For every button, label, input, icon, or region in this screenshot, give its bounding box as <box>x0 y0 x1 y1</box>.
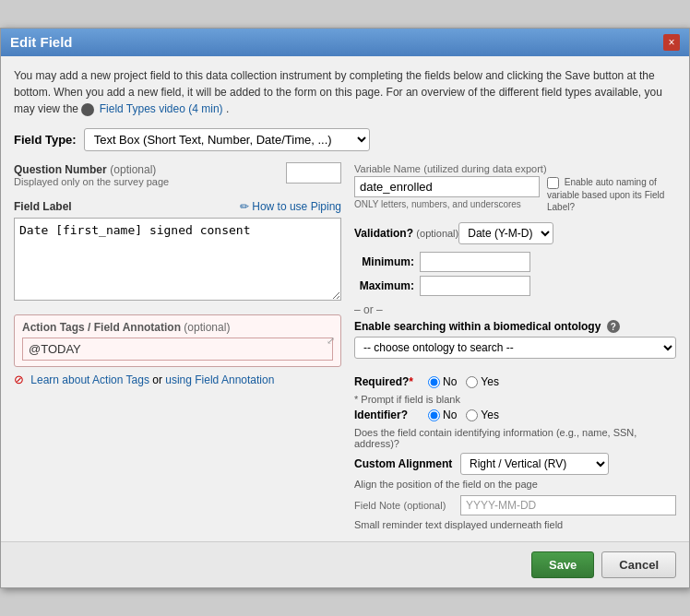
modal-title: Edit Field <box>10 34 73 50</box>
pencil-icon: ✏ <box>240 200 249 213</box>
question-number-input[interactable] <box>286 162 341 184</box>
field-label-textarea[interactable]: Date [first_name] signed consent <box>14 218 341 301</box>
custom-alignment-section: Custom Alignment Right / Vertical (RV) L… <box>354 453 676 490</box>
identifier-section: Identifier? No Yes Does the field contai… <box>354 409 676 449</box>
custom-align-row: Custom Alignment Right / Vertical (RV) L… <box>354 453 676 475</box>
var-name-label: Variable Name (utilized during data expo… <box>354 162 676 175</box>
identifier-yes-label[interactable]: Yes <box>466 409 499 421</box>
field-type-label: Field Type: <box>14 133 77 147</box>
save-button[interactable]: Save <box>531 551 594 578</box>
auto-name-checkbox[interactable] <box>547 177 559 189</box>
field-note-row: Field Note (optional) <box>354 495 676 515</box>
field-label-section: Field Label ✏ How to use Piping Date [fi… <box>14 200 341 303</box>
minimum-input[interactable] <box>420 252 530 272</box>
maximum-row: Maximum: <box>354 276 676 296</box>
identifier-no-radio[interactable] <box>428 409 440 421</box>
expand-icon: ⤢ <box>327 335 335 347</box>
var-name-sublabel: ONLY letters, numbers, and underscores <box>354 199 540 209</box>
validation-row: Validation? (optional) Date (Y-M-D) <box>354 222 676 244</box>
modal-header: Edit Field × <box>1 29 689 56</box>
left-column: Question Number (optional) Displayed onl… <box>14 162 341 530</box>
custom-align-sublabel: Align the position of the field on the p… <box>354 479 676 490</box>
identifier-no-label[interactable]: No <box>428 409 457 421</box>
edit-field-modal: Edit Field × You may add a new project f… <box>0 28 690 588</box>
gear-icon <box>81 103 94 116</box>
action-tags-links: ⊘ Learn about Action Tags or using Field… <box>14 373 341 386</box>
required-section: Required?* No Yes * Prompt if field is b… <box>354 375 676 405</box>
modal-body: You may add a new project field to this … <box>1 56 689 541</box>
var-name-input-area: ONLY letters, numbers, and underscores <box>354 176 540 209</box>
action-tags-box: Action Tags / Field Annotation (optional… <box>14 314 341 367</box>
field-note-section: Field Note (optional) Small reminder tex… <box>354 495 676 530</box>
required-sublabel: * Prompt if field is blank <box>354 394 676 405</box>
var-name-input[interactable] <box>354 176 540 197</box>
action-tags-input[interactable] <box>22 338 333 361</box>
identifier-yes-radio[interactable] <box>466 409 478 421</box>
field-note-input[interactable] <box>460 495 676 515</box>
question-number-label: Question Number (optional) <box>14 162 279 176</box>
two-column-layout: Question Number (optional) Displayed onl… <box>14 162 676 530</box>
right-column: Variable Name (utilized during data expo… <box>354 162 676 530</box>
question-number-info: Question Number (optional) Displayed onl… <box>14 162 279 191</box>
ontology-section: Enable searching within a biomedical ont… <box>354 320 676 367</box>
auto-name-label[interactable]: Enable auto naming of variable based upo… <box>547 177 664 212</box>
field-label-header: Field Label ✏ How to use Piping <box>14 200 341 214</box>
maximum-input[interactable] <box>420 276 530 296</box>
error-icon: ⊘ <box>14 373 24 386</box>
required-no-label[interactable]: No <box>428 375 457 388</box>
ontology-select[interactable]: -- choose ontology to search -- <box>354 337 676 359</box>
field-type-select[interactable]: Text Box (Short Text, Number, Date/Time,… <box>84 128 370 151</box>
or-divider: – or – <box>354 303 676 316</box>
variable-name-section: Variable Name (utilized during data expo… <box>354 162 676 213</box>
field-types-video-link[interactable]: Field Types video (4 min) <box>100 102 223 115</box>
identifier-row: Identifier? No Yes <box>354 409 676 421</box>
field-note-sublabel: Small reminder text displayed underneath… <box>354 519 676 530</box>
question-number-sublabel: Displayed only on the survey page <box>14 176 279 187</box>
learn-action-tags-link[interactable]: Learn about Action Tags <box>30 373 149 386</box>
required-yes-label[interactable]: Yes <box>466 375 499 388</box>
close-button[interactable]: × <box>663 34 680 51</box>
var-name-row: ONLY letters, numbers, and underscores E… <box>354 176 676 213</box>
ontology-label: Enable searching within a biomedical ont… <box>354 320 676 334</box>
help-icon[interactable]: ? <box>607 320 620 333</box>
piping-link[interactable]: ✏ How to use Piping <box>240 200 341 213</box>
required-row: Required?* No Yes <box>354 375 676 388</box>
validation-select[interactable]: Date (Y-M-D) <box>458 222 553 244</box>
modal-footer: Save Cancel <box>1 541 689 587</box>
minimum-row: Minimum: <box>354 252 676 272</box>
using-field-annotation-link[interactable]: using Field Annotation <box>165 373 274 386</box>
field-type-row: Field Type: Text Box (Short Text, Number… <box>14 128 676 151</box>
required-no-radio[interactable] <box>428 376 440 388</box>
auto-name-checkbox-area: Enable auto naming of variable based upo… <box>547 176 676 213</box>
min-max-section: Minimum: Maximum: <box>354 252 676 296</box>
cancel-button[interactable]: Cancel <box>601 551 676 578</box>
required-yes-radio[interactable] <box>466 376 478 388</box>
identifier-sublabel: Does the field contain identifying infor… <box>354 427 676 449</box>
question-number-row: Question Number (optional) Displayed onl… <box>14 162 341 191</box>
intro-text: You may add a new project field to this … <box>14 67 676 117</box>
custom-alignment-select[interactable]: Right / Vertical (RV) Left / Horizontal … <box>460 453 609 475</box>
action-tags-title: Action Tags / Field Annotation (optional… <box>22 321 333 334</box>
